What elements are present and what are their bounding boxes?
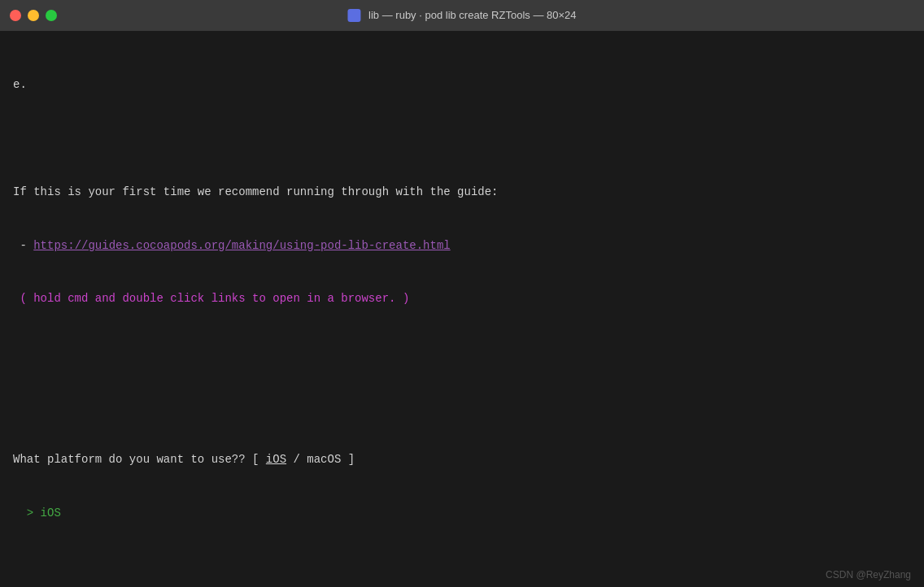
guide-link[interactable]: https://guides.cocoapods.org/making/usin… bbox=[33, 239, 450, 252]
folder-icon bbox=[347, 9, 360, 22]
watermark: CSDN @ReyZhang bbox=[826, 569, 911, 580]
terminal-window: lib — ruby · pod lib create RZTools — 80… bbox=[0, 0, 924, 587]
close-button[interactable] bbox=[10, 10, 21, 21]
line-blank-1 bbox=[13, 129, 911, 147]
line-hint: ( hold cmd and double click links to ope… bbox=[13, 289, 911, 307]
line-blank-3 bbox=[13, 397, 911, 415]
terminal-content: e. If this is your first time we recomme… bbox=[13, 41, 911, 587]
line-platform-question: What platform do you want to use?? [ iOS… bbox=[13, 450, 911, 468]
line-guide-text: If this is your first time we recommend … bbox=[13, 183, 911, 201]
maximize-button[interactable] bbox=[46, 10, 57, 21]
line-1: e. bbox=[13, 76, 911, 93]
titlebar: lib — ruby · pod lib create RZTools — 80… bbox=[0, 0, 924, 31]
line-blank-2 bbox=[13, 343, 911, 361]
line-platform-answer: > iOS bbox=[13, 504, 911, 522]
line-blank-4 bbox=[13, 557, 911, 575]
line-link: - https://guides.cocoapods.org/making/us… bbox=[13, 237, 911, 254]
minimize-button[interactable] bbox=[28, 10, 39, 21]
terminal-body[interactable]: e. If this is your first time we recomme… bbox=[0, 31, 924, 587]
traffic-lights bbox=[10, 10, 57, 21]
window-title: lib — ruby · pod lib create RZTools — 80… bbox=[347, 9, 576, 23]
